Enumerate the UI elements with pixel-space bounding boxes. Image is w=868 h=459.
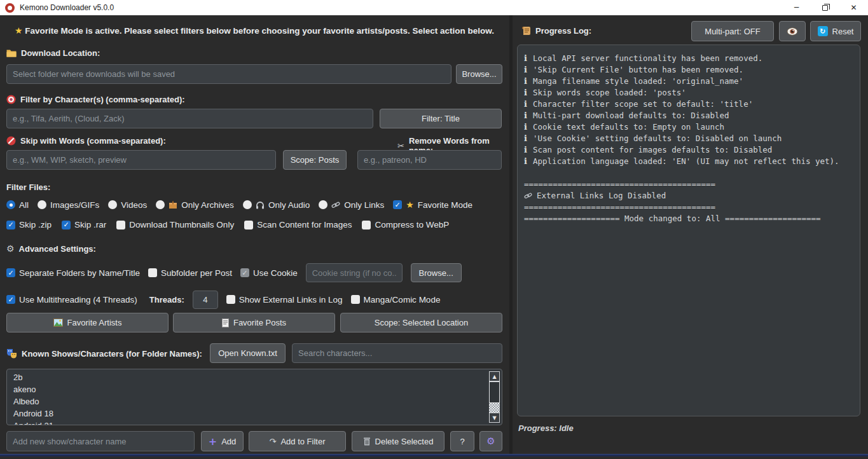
info-icon: i <box>524 99 528 110</box>
known-characters-list[interactable]: 2b akeno Albedo Android 18 Android 21 ▲ … <box>6 369 502 425</box>
log-text: External Links Log Disabled <box>537 190 666 202</box>
known-characters-items: 2b akeno Albedo Android 18 Android 21 <box>7 371 489 425</box>
radio-all[interactable]: All <box>6 200 29 210</box>
download-location-input[interactable] <box>6 64 451 84</box>
character-search-input[interactable] <box>292 343 502 363</box>
manga-comic-mode-checkbox[interactable]: Manga/Comic Mode <box>351 295 441 305</box>
separate-folders-checkbox[interactable]: Separate Folders by Name/Title <box>6 268 140 278</box>
document-icon <box>222 319 229 327</box>
info-icon: i <box>524 144 528 156</box>
radio-only-audio[interactable]: Only Audio <box>243 200 310 210</box>
progress-log-label: Progress Log: <box>521 26 591 36</box>
list-scrollbar[interactable]: ▲ ▼ <box>489 371 500 423</box>
compress-webp-checkbox[interactable]: Compress to WebP <box>362 220 449 230</box>
radio-videos[interactable]: Videos <box>108 200 147 210</box>
cookie-string-input[interactable] <box>306 263 403 282</box>
help-button[interactable]: ? <box>450 431 474 451</box>
cookie-browse-button[interactable]: Browse... <box>411 263 462 282</box>
thumbnails-only-checkbox[interactable]: Download Thumbnails Only <box>116 220 234 230</box>
remove-words-input[interactable] <box>357 150 502 170</box>
list-item[interactable]: 2b <box>7 371 489 383</box>
filter-files-label: Filter Files: <box>6 182 50 192</box>
radio-only-archives[interactable]: Only Archives <box>156 200 234 210</box>
add-to-filter-button[interactable]: ↷ Add to Filter <box>249 431 346 451</box>
skip-rar-label: Skip .rar <box>74 220 106 230</box>
close-button[interactable]: ✕ <box>839 0 868 15</box>
radio-audio-label: Only Audio <box>268 200 310 210</box>
thumbnails-only-label: Download Thumbnails Only <box>129 220 234 230</box>
scrollbar-track[interactable] <box>489 403 500 413</box>
log-line: iMulti-part download defaults to: Disabl… <box>524 110 853 121</box>
subfolder-per-post-checkbox[interactable]: Subfolder per Post <box>148 268 232 278</box>
progress-log-text: Progress Log: <box>535 26 591 36</box>
archive-box-icon <box>169 201 177 209</box>
radio-all-label: All <box>19 200 29 210</box>
skip-words-input[interactable] <box>6 150 276 170</box>
filter-title-button[interactable]: Filter: Title <box>380 109 502 128</box>
progress-status: Progress: Idle <box>518 423 574 433</box>
radio-only-links[interactable]: Only Links <box>319 200 384 210</box>
download-browse-label: Browse... <box>462 69 496 79</box>
skip-scope-button[interactable]: Scope: Posts <box>283 150 347 170</box>
progress-log-area[interactable]: iLocal API server functionality has been… <box>517 45 860 416</box>
scroll-up-icon[interactable]: ▲ <box>489 371 500 381</box>
log-line: iLocal API server functionality has been… <box>524 53 853 64</box>
info-icon: i <box>524 76 528 87</box>
known-shows-label: Known Shows/Characters (for Folder Names… <box>6 348 202 359</box>
skip-zip-checkbox[interactable]: Skip .zip <box>6 220 52 230</box>
threads-input[interactable] <box>193 291 218 309</box>
download-browse-button[interactable]: Browse... <box>456 64 502 84</box>
favorite-posts-button[interactable]: Favorite Posts <box>173 313 335 332</box>
add-character-input[interactable] <box>6 431 195 451</box>
list-item[interactable]: Albedo <box>7 395 489 408</box>
skip-words-label: Skip with Words (comma-separated): <box>6 136 166 146</box>
advanced-row-1: Separate Folders by Name/Title Subfolder… <box>6 263 462 282</box>
scan-content-checkbox[interactable]: Scan Content for Images <box>244 220 352 230</box>
compress-webp-control <box>362 221 371 230</box>
skip-rar-control <box>62 221 71 230</box>
target-icon <box>6 95 16 104</box>
add-button[interactable]: + Add <box>201 431 244 451</box>
star-icon: ★ <box>15 25 23 36</box>
info-icon: i <box>524 133 528 144</box>
log-line: iSkip words scope loaded: 'posts' <box>524 87 853 99</box>
skip-rar-checkbox[interactable]: Skip .rar <box>62 220 106 230</box>
right-panel: Progress Log: Multi-part: OFF ↻ Reset iL… <box>513 15 868 454</box>
multithreading-checkbox[interactable]: Use Multithreading (4 Threads) <box>6 295 137 305</box>
show-external-links-checkbox[interactable]: Show External Links in Log <box>226 295 343 305</box>
character-filter-input[interactable] <box>6 109 373 128</box>
list-item[interactable]: Android 18 <box>7 408 489 420</box>
list-item[interactable]: akeno <box>7 383 489 395</box>
scroll-down-icon[interactable]: ▼ <box>489 413 500 423</box>
minimize-button[interactable]: ─ <box>782 0 811 15</box>
trash-icon <box>363 437 371 446</box>
window-bottom-border <box>0 454 868 456</box>
settings-button[interactable]: ⚙ <box>479 431 502 451</box>
multipart-toggle-button[interactable]: Multi-part: OFF <box>691 21 774 41</box>
radio-images-gifs[interactable]: Images/GIFs <box>38 200 99 210</box>
reset-label: Reset <box>832 27 854 36</box>
log-text: ==================== Mode changed to: Al… <box>524 213 821 224</box>
open-known-txt-button[interactable]: Open Known.txt <box>210 343 286 363</box>
maximize-button[interactable] <box>811 0 839 15</box>
list-item[interactable]: Android 21 <box>7 420 489 425</box>
eye-icon <box>787 27 798 36</box>
scrollbar-thumb[interactable] <box>489 381 500 403</box>
delete-selected-button[interactable]: Delete Selected <box>352 431 444 451</box>
subfolder-per-post-label: Subfolder per Post <box>161 268 232 278</box>
skip-scope-label: Scope: Posts <box>291 155 340 165</box>
eye-toggle-button[interactable] <box>779 21 806 41</box>
reset-button[interactable]: ↻ Reset <box>810 21 861 41</box>
multithreading-label: Use Multithreading (4 Threads) <box>19 295 137 305</box>
scope-selected-location-button[interactable]: Scope: Selected Location <box>340 313 502 332</box>
window-controls: ─ ✕ <box>782 0 868 15</box>
manga-comic-mode-control <box>351 295 360 304</box>
compress-webp-label: Compress to WebP <box>375 220 449 230</box>
use-cookie-checkbox[interactable]: Use Cookie <box>240 268 298 278</box>
favorite-mode-checkbox[interactable]: ★Favorite Mode <box>393 200 472 210</box>
app-title: Kemono Downloader v5.0.0 <box>20 3 114 12</box>
favorite-artists-button[interactable]: Favorite Artists <box>6 313 169 332</box>
radio-links-label: Only Links <box>344 200 384 210</box>
scope-location-label: Scope: Selected Location <box>375 318 468 327</box>
thumbnails-only-control <box>116 221 125 230</box>
